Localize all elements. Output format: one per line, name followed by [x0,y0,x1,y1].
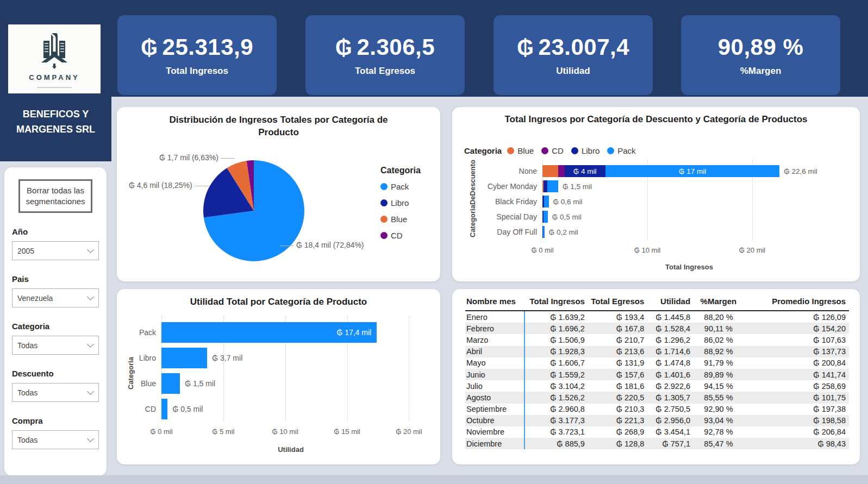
table-cell: ₲ 198,58 [744,415,849,426]
bar-segment-blue[interactable] [542,165,558,177]
legend-item-libro[interactable]: Libro [571,146,600,155]
table-cell: Julio [465,380,524,392]
bar-pack[interactable]: ₲ 17,4 mil [161,322,377,343]
table-cell: Septiembre [465,404,524,415]
filters-panel: Borrar todas las segmentaciones Año 2005… [4,167,107,476]
table-row[interactable]: Enero₲ 1.639,2₲ 193,4₲ 1.445,888,20 %₲ 1… [465,311,849,323]
legend-item-pack[interactable]: Pack [607,146,635,155]
column-header[interactable]: Nombre mes [465,293,524,311]
table-cell: Febrero [465,323,524,334]
pie-legend: Categoria Pack Libro Blue CD [380,166,421,247]
column-header[interactable]: Utilidad [647,293,694,311]
category-label: None [458,167,542,175]
bar-segment-pack[interactable] [547,180,558,192]
table-row[interactable]: Junio₲ 1.559,2₲ 157,6₲ 1.401,689,89 %₲ 1… [465,369,849,380]
pie-chart-title: Distribución de Ingresos Totales por Cat… [155,114,402,139]
table-row[interactable]: Octubre₲ 3.177,3₲ 221,3₲ 2.956,093,04 %₲… [465,415,849,426]
table-cell: ₲ 1.606,7 [524,357,588,369]
table-cell: Marzo [465,334,524,345]
bar-segment-libro[interactable]: ₲ 4 mil [565,165,605,177]
table-row[interactable]: Mayo₲ 1.606,7₲ 131,9₲ 1.474,891,79 %₲ 20… [465,357,849,369]
column-header[interactable]: Total Ingresos [524,293,588,311]
bar-track: ₲ 0,6 mil [542,196,844,208]
table-cell: ₲ 107,63 [744,334,849,345]
legend-item-cd[interactable]: CD [380,231,421,240]
table-row[interactable]: Abril₲ 1.928,3₲ 213,6₲ 1.714,688,92 %₲ 1… [465,346,849,357]
bar-total-label: ₲ 0,2 mil [549,228,578,236]
table-cell: ₲ 221,3 [588,415,647,426]
pie-data-label-libro: ₲ 4,6 mil (18,25%) [129,181,211,190]
slicer-dropdown-pais[interactable]: Venezuela [12,288,99,307]
table-row[interactable]: Febrero₲ 1.696,2₲ 167,8₲ 1.528,490,11 %₲… [465,323,849,334]
slicer-label: Año [12,227,99,236]
bar-segment-pack[interactable] [544,211,548,223]
table-cell: ₲ 757,1 [647,438,694,449]
kpi-value: ₲23.007,4 [517,34,629,60]
category-label: Libro [122,354,161,362]
column-header[interactable]: Total Egresos [588,293,647,311]
slicer-dropdown-categoria[interactable]: Todas [12,336,99,355]
bar-segment-cd[interactable] [558,165,565,177]
pie-data-label-pack: ₲ 18,4 mil (72,84%) [278,241,364,249]
bar-track: ₲ 0,5 mil [161,399,425,419]
legend-item-libro[interactable]: Libro [380,198,421,208]
stacked-bar-row: Day Off Full₲ 0,2 mil [458,224,851,240]
bar-x-axis-title: Utilidad [278,445,304,454]
table-cell: ₲ 181,6 [588,380,647,392]
stacked-bar-chart-card: Total Ingresos por Categoría de Descuent… [452,107,860,281]
bar-data-label: ₲ 0,5 mil [172,405,203,413]
table-cell: ₲ 1.696,2 [524,323,588,334]
table-cell: ₲ 1.928,3 [524,346,588,357]
segment-data-label: ₲ 17 mil [679,167,706,175]
bar-blue[interactable] [161,373,180,394]
chevron-down-icon [87,388,94,395]
legend-item-pack[interactable]: Pack [380,182,421,191]
bar-track: ₲ 0,5 mil [542,211,844,223]
bar-segment-pack[interactable]: ₲ 17 mil [605,165,779,177]
table-cell: Agosto [465,392,524,403]
slicer-ano: Año 2005 [12,227,99,260]
table-row[interactable]: Agosto₲ 1.526,2₲ 220,5₲ 1.305,785,55 %₲ … [465,392,849,403]
chevron-down-icon [87,293,94,300]
table-cell: 94,15 % [694,380,744,392]
x-axis-tick: ₲ 10 mil [634,246,660,254]
clear-all-slicers-button[interactable]: Borrar todas las segmentaciones [18,179,92,213]
bar-segment-pack[interactable] [544,196,549,208]
table-cell: ₲ 3.177,3 [524,415,588,426]
slicer-label: Categoria [12,322,99,331]
table-cell: 89,89 % [694,369,744,380]
slicer-dropdown-descuento[interactable]: Todas [12,383,99,402]
slicer-label: Pais [12,274,99,284]
slicer-dropdown-ano[interactable]: 2005 [12,241,99,260]
table-row[interactable]: Marzo₲ 1.506,9₲ 210,7₲ 1.296,286,02 %₲ 1… [465,334,849,345]
table-cell: ₲ 98,43 [744,438,849,449]
column-header[interactable]: Promedio Ingresos [744,293,849,311]
table-row[interactable]: Diciembre₲ 885,9₲ 128,8₲ 757,185,47 %₲ 9… [465,438,849,449]
table-row[interactable]: Noviembre₲ 3.723,1₲ 268,9₲ 3.454,192,78 … [465,426,849,438]
slicer-label: Descuento [12,369,99,378]
table-cell: ₲ 126,09 [744,311,849,323]
table-row[interactable]: Septiembre₲ 2.960,8₲ 210,3₲ 2.750,592,90… [465,404,849,415]
column-header[interactable]: %Margen [694,293,744,311]
slicer-dropdown-compra[interactable]: Todas [12,430,99,449]
x-axis-tick: ₲ 20 mil [739,246,765,254]
table-row[interactable]: Julio₲ 3.104,2₲ 181,6₲ 2.922,694,15 %₲ 2… [465,380,849,392]
legend-item-cd[interactable]: CD [541,146,564,155]
table-cell: ₲ 193,4 [588,311,647,323]
bar-segment-libro[interactable] [544,180,547,192]
bar-segment-pack[interactable] [543,226,545,238]
legend-dot [607,147,614,154]
company-logo-text: COMPANY [29,73,79,81]
legend-item-blue[interactable]: Blue [380,215,421,224]
kpi-value: 90,89 % [718,34,804,60]
monthly-data-table: Nombre mesTotal IngresosTotal EgresosUti… [465,293,849,449]
currency-symbol: ₲ [141,35,158,59]
legend-item-blue[interactable]: Blue [507,146,534,155]
bar-track: ₲ 1,5 mil [161,373,425,394]
bar-libro[interactable] [161,348,207,368]
category-label: CD [122,405,161,413]
table-cell: ₲ 3.104,2 [524,380,588,392]
bar-row: Blue₲ 1,5 mil [122,370,435,396]
bar-cd[interactable] [161,399,167,419]
currency-symbol: ₲ [517,35,534,59]
